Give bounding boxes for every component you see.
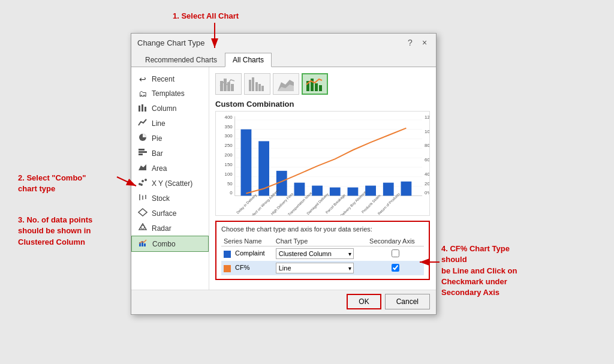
sidebar-item-templates[interactable]: 🗂 Templates [131,86,209,101]
combo-chart-svg: 400 350 300 250 200 150 100 50 0 120% 10… [216,112,429,215]
change-chart-type-dialog: Change Chart Type ? × Recommended Charts… [131,33,437,315]
svg-text:20%: 20% [425,181,429,186]
chart-type-select-complaint[interactable]: Clustered Column Line [276,248,354,259]
chart-icons-row [215,73,430,95]
svg-text:100%: 100% [425,129,429,134]
svg-point-11 [140,183,143,186]
svg-rect-21 [220,81,223,91]
svg-rect-4 [139,149,145,151]
svg-rect-20 [144,243,146,246]
svg-rect-67 [330,188,341,196]
chart-preview-area: 400 350 300 250 200 150 100 50 0 120% 10… [215,111,430,216]
tab-recommended-charts[interactable]: Recommended Charts [137,53,225,67]
svg-text:200: 200 [225,152,233,158]
sidebar-item-pie[interactable]: Pie [131,131,209,146]
tab-all-charts[interactable]: All Charts [225,53,272,67]
sidebar-item-scatter[interactable]: X Y (Scatter) [131,176,209,191]
sidebar-item-bar[interactable]: Bar [131,146,209,161]
config-title: Choose the chart type and axis for your … [221,225,424,233]
dialog-footer: OK Cancel [131,290,436,314]
svg-rect-33 [311,79,314,91]
series-color-complaint [224,251,231,258]
cancel-button[interactable]: Cancel [385,294,430,309]
svg-rect-29 [261,86,264,91]
sidebar-item-column[interactable]: Column [131,101,209,116]
sidebar-item-combo[interactable]: Combo [131,236,209,252]
series-name-cf: CF% [221,261,273,275]
svg-marker-7 [139,164,146,170]
annotation-2: 2. Select "Combo" chart type [18,162,86,195]
svg-rect-1 [142,104,143,112]
svg-rect-27 [255,82,258,91]
svg-rect-26 [252,77,254,91]
svg-rect-6 [139,154,143,155]
svg-marker-15 [139,209,147,216]
svg-rect-22 [224,79,227,91]
ok-button[interactable]: OK [347,294,381,309]
config-area: Choose the chart type and axis for your … [215,221,430,280]
series-color-cf [224,265,231,272]
dialog-tabs: Recommended Charts All Charts [131,53,436,67]
radar-icon [137,223,148,233]
svg-rect-25 [249,80,251,91]
area-icon [137,163,148,173]
svg-text:0%: 0% [425,190,429,195]
svg-rect-71 [401,182,412,196]
svg-rect-66 [312,186,323,196]
chart-type-select-cf[interactable]: Clustered Column Line [276,263,354,273]
col-secondary-axis: Secondary Axis [367,236,424,246]
combo-icon [138,239,149,249]
svg-text:150: 150 [225,162,233,167]
sidebar-item-recent[interactable]: ↩ Recent [131,72,209,86]
svg-text:400: 400 [225,115,233,120]
checkbox-secondary-complaint[interactable] [392,249,399,257]
table-row: CF% Clustered Column Line [221,261,424,275]
svg-rect-62 [241,130,252,196]
chart-type-cf: Clustered Column Line [273,261,367,275]
svg-text:300: 300 [225,133,233,139]
checkbox-secondary-cf[interactable] [392,264,399,272]
svg-text:80%: 80% [425,143,429,148]
chart-type-complaint: Clustered Column Line [273,246,367,261]
svg-point-17 [141,225,145,229]
help-button[interactable]: ? [405,37,416,48]
chart-icon-clustered[interactable] [244,73,270,95]
secondary-axis-complaint [367,246,424,261]
chart-content-area: Custom Combination 400 350 300 250 200 1… [209,67,436,290]
annotation-4: 4. CF% Chart Type should be Line and Cli… [441,233,537,298]
col-series-name: Series Name [221,236,273,246]
chart-icon-bar[interactable] [215,73,242,95]
line-icon [137,118,148,128]
sidebar-item-radar[interactable]: Radar [131,221,209,236]
chart-icon-combo-selected[interactable] [302,73,328,95]
pie-icon [137,133,148,143]
column-icon [137,103,148,113]
chart-preview-title: Custom Combination [215,100,430,109]
svg-rect-69 [365,186,376,196]
svg-rect-35 [319,85,322,91]
config-table: Series Name Chart Type Secondary Axis Co… [221,236,424,275]
svg-text:350: 350 [225,124,233,130]
chart-icon-area[interactable] [273,73,299,95]
svg-text:0: 0 [230,190,233,195]
chart-type-sidebar: ↩ Recent 🗂 Templates Column Line [131,67,209,290]
svg-text:50: 50 [227,181,233,186]
bar-icon [137,148,148,158]
close-button[interactable]: × [419,37,430,48]
dialog-title: Change Chart Type [137,38,205,47]
dialog-body: ↩ Recent 🗂 Templates Column Line [131,67,436,290]
secondary-axis-cf [367,261,424,275]
dialog-titlebar: Change Chart Type ? × [131,34,436,52]
sidebar-item-surface[interactable]: Surface [131,206,209,221]
series-name-complaint: Complaint [221,246,273,261]
svg-rect-34 [315,83,318,91]
sidebar-item-stock[interactable]: Stock [131,191,209,206]
svg-text:100: 100 [225,172,233,177]
sidebar-item-line[interactable]: Line [131,116,209,131]
recent-icon: ↩ [137,74,148,84]
svg-point-9 [142,180,144,182]
svg-point-10 [145,179,147,181]
dialog-controls: ? × [405,37,430,48]
surface-icon [137,208,148,218]
sidebar-item-area[interactable]: Area [131,161,209,176]
